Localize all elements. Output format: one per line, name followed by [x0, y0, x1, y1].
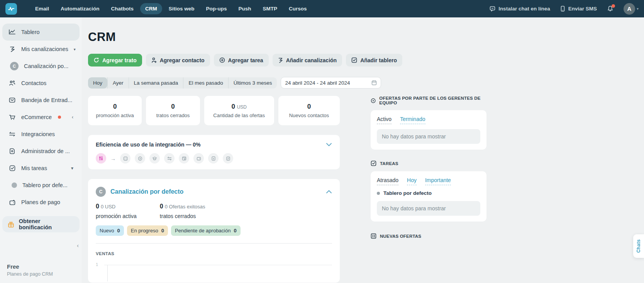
sidebar-item-contactos[interactable]: Contactos [2, 75, 80, 92]
chats-side-tab[interactable]: Chats [633, 234, 644, 258]
sidebar-item-planes-pago[interactable]: Planes de pago [2, 194, 80, 211]
notifications-button[interactable] [607, 5, 613, 12]
check-square-icon [371, 160, 376, 166]
calendar-icon [371, 80, 377, 85]
add-contact-button[interactable]: Agregar contacto [146, 54, 210, 66]
add-board-label: Añadir tablero [360, 57, 397, 63]
sidebar-item-label: Bandeja de Entrad... [21, 97, 72, 103]
nav-item-sitios-web[interactable]: Sitios web [164, 3, 200, 14]
badge-nuevo: Nuevo0 [96, 225, 124, 236]
tab-activo[interactable]: Activo [377, 116, 391, 124]
education-step-icon[interactable] [149, 153, 160, 164]
sales-chart: 1 [96, 262, 332, 278]
tab-importante[interactable]: Importante [425, 177, 451, 185]
sidebar-item-tablero[interactable]: Tablero [2, 24, 80, 41]
nav-item-email[interactable]: Email [30, 3, 54, 14]
sidebar-item-administrador[interactable]: Administrador de ... [2, 143, 80, 160]
nav-item-smtp[interactable]: SMTP [258, 3, 283, 14]
nav-item-crm[interactable]: CRM [140, 3, 162, 14]
sidebar-item-mis-canalizaciones[interactable]: Mis canalizaciones ▾ [2, 41, 80, 58]
pipeline-name-link[interactable]: Canalización por defecto [110, 188, 183, 195]
nav-item-cursos[interactable]: Cursos [284, 3, 312, 14]
swap-step-icon[interactable] [164, 153, 175, 164]
calendar-step-icon[interactable] [120, 153, 130, 164]
badge-en-progreso: En progreso0 [127, 225, 168, 236]
install-chat-button[interactable]: Instalar chat en línea [490, 6, 550, 12]
phone-icon [560, 6, 565, 12]
chevron-down-icon[interactable] [326, 143, 332, 147]
sidebar-item-ecommerce[interactable]: eCommerce ‹ [2, 109, 80, 126]
nav-item-push[interactable]: Push [234, 3, 256, 14]
sidebar-collapse-button[interactable]: ‹ [77, 242, 79, 249]
sidebar-item-canalizacion-defecto[interactable]: C Canalización po... [2, 58, 80, 75]
nav-item-popups[interactable]: Pop-ups [201, 3, 232, 14]
add-task-button[interactable]: Agregar tarea [214, 54, 269, 66]
sidebar-item-bandeja[interactable]: Bandeja de Entrad... [2, 92, 80, 109]
clipboard-step-icon[interactable] [223, 153, 233, 164]
sidebar-item-integraciones[interactable]: Integraciones [2, 126, 80, 143]
wallet-icon [8, 199, 16, 205]
stat-card-promocion: 0 promoción activa [88, 96, 142, 125]
browser-step-icon[interactable] [179, 153, 189, 164]
stat-sub: 0 USD [101, 204, 115, 210]
chat-step-icon[interactable] [135, 153, 145, 164]
stat-label: tratos cerrados [160, 213, 205, 219]
board-dot [377, 192, 380, 195]
stat-label: Cantidad de las ofertas [213, 113, 265, 118]
calculator-step-icon[interactable] [208, 153, 219, 164]
new-offers-panel-header: NUEVAS OFERTAS [371, 233, 486, 239]
pipeline-avatar: C [10, 62, 19, 70]
add-pipeline-label: Añadir canalización [286, 57, 337, 63]
tab-atrasado[interactable]: Atrasado [377, 177, 398, 185]
stat-label: Nuevos contactos [289, 113, 329, 118]
crm-sliders-icon[interactable] [96, 153, 106, 164]
list-table-icon [371, 233, 376, 239]
integrations-icon [8, 131, 16, 137]
add-pipeline-button[interactable]: Añadir canalización [273, 54, 342, 66]
filter-3-meses[interactable]: Últimos 3 meses [228, 77, 277, 89]
filter-ayer[interactable]: Ayer [107, 77, 129, 89]
sidebar-item-mis-tareas[interactable]: Mis tareas ▾ [2, 160, 80, 177]
navbar-right: Instalar chat en línea Enviar SMS A ▾ [490, 3, 639, 15]
filter-hoy[interactable]: Hoy [88, 77, 107, 89]
gridline [104, 265, 332, 265]
stats-row: 0 promoción activa 0 tratos cerrados 0 U… [88, 96, 340, 125]
nav-item-chatbots[interactable]: Chatbots [106, 3, 139, 14]
account-menu[interactable]: A ▾ [624, 3, 639, 15]
sales-chart-title: VENTAS [96, 251, 332, 256]
tasks-panel-header: TAREAS [371, 160, 486, 166]
bonus-button[interactable]: Obtener bonificación [2, 216, 80, 232]
right-column: OFERTAS POR PARTE DE LOS GERENTES DE EQU… [371, 96, 486, 283]
tab-hoy[interactable]: Hoy [407, 177, 417, 185]
send-sms-button[interactable]: Enviar SMS [560, 6, 597, 12]
badge-pendiente: Pendiente de aprobación0 [171, 225, 241, 236]
app-logo[interactable] [5, 3, 17, 15]
page-title: CRM [88, 30, 644, 44]
inbox-icon [8, 97, 16, 103]
tab-terminado[interactable]: Terminado [400, 116, 425, 124]
account-caret-icon: ▾ [637, 7, 639, 11]
add-deal-label: Agregar trato [102, 57, 137, 63]
add-deal-button[interactable]: Agregar trato [88, 54, 142, 66]
chevron-down-icon: ▾ [71, 165, 73, 171]
tasks-panel-card: Atrasado Hoy Importante Tablero por defe… [371, 171, 486, 222]
chevron-up-icon[interactable] [326, 190, 332, 194]
add-board-button[interactable]: Añadir tablero [346, 54, 402, 66]
stat-value: 0 [171, 103, 175, 111]
chevron-left-icon: ‹ [72, 114, 73, 120]
sidebar-item-tablero-defecto[interactable]: Tablero por defe... [2, 177, 80, 194]
filter-semana-pasada[interactable]: La semana pasada [129, 77, 183, 89]
date-filter-segmented: Hoy Ayer La semana pasada El mes pasado … [88, 77, 277, 89]
chevron-down-icon: ▾ [74, 47, 76, 51]
stat-value: 0 [113, 103, 117, 111]
dashboard-chart-icon [8, 29, 16, 35]
sidebar-item-label: eCommerce [21, 114, 52, 120]
plan-subtitle[interactable]: Planes de pago CRM [7, 271, 53, 277]
date-range-input[interactable]: 24 abril 2024 - 24 abril 2024 [281, 77, 381, 89]
wallet-step-icon[interactable] [193, 153, 204, 164]
pipelines-icon [8, 46, 16, 52]
install-chat-label: Instalar chat en línea [498, 6, 550, 12]
stat-value: 0 [160, 203, 163, 210]
nav-item-automatizacion[interactable]: Automatización [56, 3, 105, 14]
filter-mes-pasado[interactable]: El mes pasado [183, 77, 228, 89]
